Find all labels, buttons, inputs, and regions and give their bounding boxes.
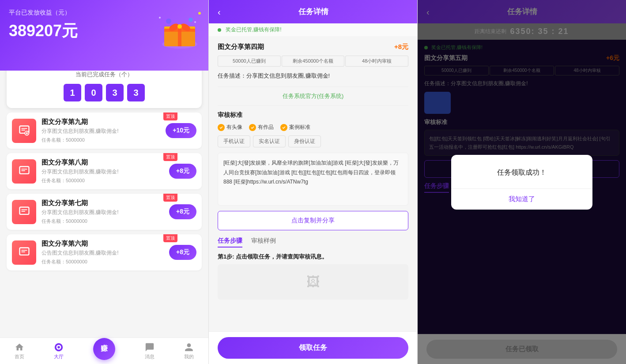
task-list: 置顶 图文分享第九期 分享图文信息到朋友圈,赚取佣金! 任务名额：5000000… bbox=[0, 108, 208, 338]
review-tab[interactable]: 审核样例 bbox=[251, 237, 276, 248]
modal-box: 任务领取成功！ 我知道了 bbox=[451, 155, 592, 210]
completed-label: 当前已完成任务（个） bbox=[13, 71, 195, 79]
cert-real: 实名认证 bbox=[253, 135, 286, 147]
middle-title: 任务详情 bbox=[227, 7, 400, 17]
task-name-9: 图文分享第九期 bbox=[41, 118, 160, 126]
task-quota-7: 任务名额：50000000 bbox=[41, 218, 164, 225]
criteria-works-label: 有作品 bbox=[258, 124, 274, 131]
digit-2: 0 bbox=[85, 84, 102, 101]
nav-home[interactable]: 首页 bbox=[15, 342, 24, 360]
nav-hall[interactable]: 大厅 bbox=[54, 342, 64, 360]
modal-message: 任务领取成功！ bbox=[462, 168, 581, 177]
svg-point-11 bbox=[166, 19, 171, 24]
svg-rect-19 bbox=[19, 248, 29, 255]
task-item-7[interactable]: 置顶 图文分享第七期 分享图文信息到朋友圈,赚取佣金! 任务名额：5000000… bbox=[7, 194, 202, 230]
digit-4: 3 bbox=[127, 84, 145, 101]
audit-section: 审核标准 有头像 有作品 bbox=[218, 111, 408, 147]
task-reward-9[interactable]: +10元 bbox=[166, 123, 196, 138]
left-panel: 平台已发放收益（元） 389207元 bbox=[0, 0, 208, 364]
task-reward-6[interactable]: +8元 bbox=[169, 245, 196, 260]
task-info-9: 图文分享第九期 分享图文信息到朋友圈,赚取佣金! 任务名额：5000000 bbox=[41, 118, 160, 143]
avatar-check-icon bbox=[218, 124, 225, 131]
banner-decoration bbox=[151, 4, 204, 49]
task-quota-8: 任务名额：5000000 bbox=[41, 177, 164, 184]
copy-button[interactable]: 点击复制并分享 bbox=[218, 211, 408, 230]
task-reward-8[interactable]: +8元 bbox=[169, 164, 196, 179]
modal-confirm-button[interactable]: 我知道了 bbox=[462, 189, 581, 210]
task-icon-7 bbox=[12, 200, 36, 224]
task-reward-tag: +8元 bbox=[394, 43, 408, 51]
step-image: 🖼 bbox=[218, 264, 408, 300]
task-desc-6: 公告图文信息到朋友圈,赚取佣金! bbox=[41, 249, 164, 257]
escrow-dot-icon bbox=[218, 28, 221, 32]
task-period: 图文分享第四期 bbox=[218, 43, 264, 51]
svg-rect-17 bbox=[19, 167, 29, 174]
task-badge-6: 置顶 bbox=[163, 234, 177, 242]
task-badge-9: 置顶 bbox=[163, 113, 177, 120]
earn-button[interactable]: 赚 bbox=[93, 338, 115, 360]
case-check-icon bbox=[280, 124, 287, 131]
task-item-8[interactable]: 置顶 图文分享第八期 分享图文信息到朋友圈,赚取佣金! 任务名额：5000000… bbox=[7, 153, 202, 189]
cert-tags: 手机认证 实名认证 身份认证 bbox=[218, 135, 408, 147]
svg-point-10 bbox=[194, 21, 196, 23]
digit-1: 1 bbox=[64, 84, 81, 101]
task-icon-6 bbox=[12, 240, 36, 265]
task-desc-8: 分享图文信息到朋友圈,赚取佣金! bbox=[41, 168, 164, 176]
cert-id: 身份认证 bbox=[288, 135, 321, 147]
task-name-7: 图文分享第七期 bbox=[41, 199, 164, 207]
stat-remaining: 剩余450000个名额 bbox=[282, 56, 345, 67]
task-badge-7: 置顶 bbox=[163, 194, 177, 202]
svg-point-22 bbox=[57, 346, 60, 349]
task-item-6[interactable]: 置顶 图文分享第六期 公告图文信息到朋友圈,赚取佣金! 任务名额：5000000… bbox=[7, 234, 202, 270]
content-box: [旺柴]大[發]发娱樂，风靡全球的旗牌[加油加油]游戏 [旺柴]大[發]发娱樂，… bbox=[218, 153, 408, 206]
divider-2 bbox=[218, 105, 408, 106]
task-header-row: 图文分享第四期 +8元 bbox=[218, 43, 408, 51]
svg-point-12 bbox=[189, 18, 193, 22]
task-badge-8: 置顶 bbox=[163, 153, 177, 161]
task-name-6: 图文分享第六期 bbox=[41, 240, 164, 248]
message-icon bbox=[145, 342, 155, 352]
svg-rect-18 bbox=[19, 207, 29, 214]
gift-decoration-icon bbox=[151, 4, 208, 53]
task-info-6: 图文分享第六期 公告图文信息到朋友圈,赚取佣金! 任务名额：50000000 bbox=[41, 240, 164, 265]
official-link[interactable]: 任务系统官方(任务系统) bbox=[218, 92, 408, 100]
banner: 平台已发放收益（元） 389207元 bbox=[0, 0, 208, 71]
nav-mine[interactable]: 我的 bbox=[184, 342, 194, 360]
works-check-icon bbox=[249, 124, 256, 131]
task-info-7: 图文分享第七期 分享图文信息到朋友圈,赚取佣金! 任务名额：50000000 bbox=[41, 199, 164, 225]
middle-back-button[interactable]: ‹ bbox=[218, 8, 221, 16]
nav-message[interactable]: 消息 bbox=[145, 342, 155, 360]
task-desc-7: 分享图文信息到朋友圈,赚取佣金! bbox=[41, 209, 164, 216]
escrow-text: 奖金已托管,赚钱有保障! bbox=[226, 26, 282, 34]
task-quota-9: 任务名额：5000000 bbox=[41, 137, 160, 143]
claim-button[interactable]: 领取任务 bbox=[218, 337, 408, 359]
criteria-works: 有作品 bbox=[249, 124, 274, 131]
task-reward-7[interactable]: +8元 bbox=[169, 204, 196, 219]
bottom-nav: 首页 大厅 赚 消息 我的 bbox=[0, 338, 208, 364]
task-item-9[interactable]: 置顶 图文分享第九期 分享图文信息到朋友圈,赚取佣金! 任务名额：5000000… bbox=[7, 113, 202, 149]
steps-tab[interactable]: 任务步骤 bbox=[218, 237, 242, 248]
task-name-8: 图文分享第八期 bbox=[41, 158, 164, 167]
stat-audit: 48小时内审核 bbox=[345, 56, 408, 67]
nav-home-label: 首页 bbox=[15, 353, 24, 360]
nav-earn[interactable]: 赚 bbox=[93, 342, 115, 360]
completed-section: 当前已完成任务（个） 1 0 3 3 bbox=[7, 64, 202, 108]
claim-btn-container: 领取任务 bbox=[209, 331, 417, 364]
task-icon-8 bbox=[12, 159, 36, 184]
right-panel: ‹ 任务详情 距离结束还剩 6350: 35 : 21 奖金已托管,赚钱有保障!… bbox=[418, 0, 626, 364]
modal-overlay[interactable]: 任务领取成功！ 我知道了 bbox=[418, 0, 626, 364]
criteria-case: 案例标准 bbox=[280, 124, 310, 131]
nav-hall-label: 大厅 bbox=[54, 353, 64, 360]
criteria-case-label: 案例标准 bbox=[289, 124, 310, 131]
task-icon-9 bbox=[12, 119, 36, 143]
middle-body: 图文分享第四期 +8元 50000人已赚到 剩余450000个名额 48小时内审… bbox=[209, 36, 417, 331]
audit-criteria: 有头像 有作品 案例标准 bbox=[218, 124, 408, 131]
digit-boxes: 1 0 3 3 bbox=[13, 84, 195, 101]
task-desc-9: 分享图文信息到朋友圈,赚取佣金! bbox=[41, 128, 160, 135]
nav-mine-label: 我的 bbox=[184, 353, 194, 360]
svg-point-9 bbox=[159, 17, 161, 19]
criteria-avatar: 有头像 bbox=[218, 124, 242, 131]
stat-earned: 50000人已赚到 bbox=[218, 56, 281, 67]
hall-icon bbox=[54, 342, 64, 352]
svg-rect-4 bbox=[164, 29, 195, 32]
